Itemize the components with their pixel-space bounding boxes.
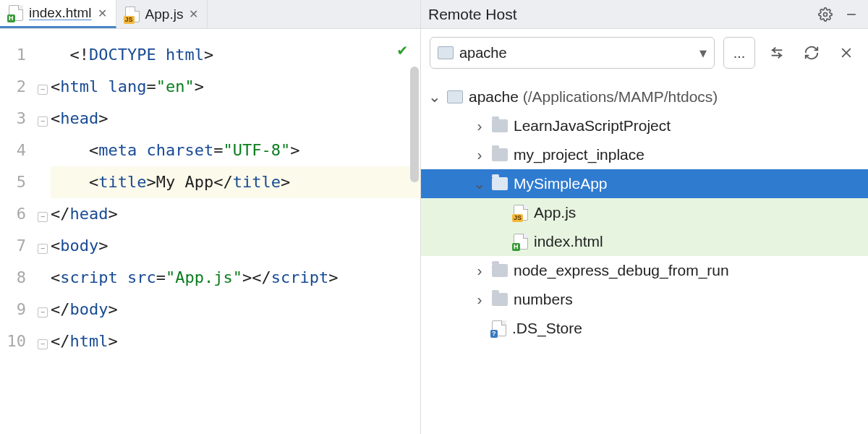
server-selected-label: apache: [459, 45, 507, 61]
chevron-right-icon[interactable]: ›: [473, 117, 486, 135]
settings-gear-icon[interactable]: [816, 5, 835, 24]
code-line: <title>My App</title>: [51, 166, 420, 198]
panel-title: Remote Host: [428, 6, 809, 23]
code-area[interactable]: <!DOCTYPE html> <html lang="en"> <head> …: [51, 29, 420, 434]
tab-app-js[interactable]: JS App.js ✕: [116, 0, 208, 28]
code-line: </body>: [51, 294, 420, 326]
tree-root[interactable]: ⌄ apache (/Applications/MAMP/htdocs): [421, 82, 868, 111]
remote-host-toolbar: apache ▾ ...: [421, 29, 868, 77]
tree-item-label: App.js: [534, 204, 576, 221]
tree-file[interactable]: Hindex.html: [421, 227, 868, 256]
line-number: 10: [0, 326, 26, 357]
line-number: 9: [0, 294, 26, 326]
chevron-down-icon: ▾: [699, 44, 707, 61]
tree-item-label: LearnJavaScriptProject: [514, 117, 671, 135]
tree-item-label: node_express_debug_from_run: [514, 262, 729, 279]
code-line: <head>: [51, 103, 420, 135]
code-line: <body>: [51, 230, 420, 262]
line-number: 7: [0, 230, 26, 262]
ellipsis-label: ...: [733, 45, 746, 61]
close-icon[interactable]: ✕: [189, 7, 198, 21]
tab-label: index.html: [29, 5, 92, 21]
folder-icon: [492, 177, 508, 190]
close-icon[interactable]: ✕: [98, 7, 107, 20]
editor-pane: H index.html ✕ JS App.js ✕ 1 2 3 4 5 6 7…: [0, 0, 421, 434]
folder-icon: [492, 264, 508, 277]
editor-tabbar: H index.html ✕ JS App.js ✕: [0, 0, 420, 29]
code-fold-strip: − − − − − −: [35, 29, 51, 434]
line-number-gutter: 1 2 3 4 5 6 7 8 9 10: [0, 29, 35, 434]
inspection-ok-checkmark-icon[interactable]: ✔: [398, 41, 407, 59]
tree-item-label: numbers: [514, 291, 573, 308]
chevron-right-icon[interactable]: ›: [473, 291, 486, 308]
scrollbar-thumb[interactable]: [410, 67, 419, 182]
browse-servers-button[interactable]: ...: [723, 37, 755, 69]
folder-icon: [492, 119, 508, 132]
tree-file[interactable]: ?.DS_Store: [421, 314, 868, 343]
fold-toggle-icon[interactable]: −: [38, 212, 48, 222]
server-folder-icon: [447, 90, 463, 103]
code-line: <!DOCTYPE html>: [51, 39, 420, 71]
folder-icon: [492, 293, 508, 306]
tab-index-html[interactable]: H index.html ✕: [0, 0, 116, 28]
diff-icon[interactable]: [764, 40, 790, 66]
tree-folder[interactable]: ›LearnJavaScriptProject: [421, 111, 868, 140]
line-number: 2: [0, 71, 26, 103]
server-icon: [438, 46, 454, 59]
line-number: 6: [0, 198, 26, 230]
line-number: 1: [0, 39, 26, 71]
editor-scrollbar[interactable]: [410, 67, 419, 434]
html-file-icon: H: [9, 5, 23, 21]
code-line: <meta charset="UTF-8">: [51, 135, 420, 166]
fold-toggle-icon[interactable]: −: [38, 244, 48, 254]
line-number: 8: [0, 262, 26, 294]
refresh-icon[interactable]: [799, 40, 825, 66]
tree-folder[interactable]: ›node_express_debug_from_run: [421, 256, 868, 285]
line-number: 3: [0, 103, 26, 135]
tree-file[interactable]: JSApp.js: [421, 198, 868, 227]
html-file-icon: H: [514, 234, 528, 250]
tree-item-label: MySimpleApp: [514, 175, 608, 192]
tree-item-label: .DS_Store: [512, 320, 582, 337]
remote-host-panel: Remote Host apache ▾ ... ⌄ apach: [421, 0, 868, 434]
disconnect-close-icon[interactable]: [833, 40, 859, 66]
chevron-down-icon[interactable]: ⌄: [473, 175, 486, 192]
server-select-dropdown[interactable]: apache ▾: [430, 37, 715, 69]
code-line: <script src="App.js"></script>: [51, 262, 420, 294]
fold-toggle-icon[interactable]: −: [38, 85, 48, 95]
line-number: 4: [0, 135, 26, 166]
tree-folder[interactable]: ⌄MySimpleApp: [421, 169, 868, 198]
fold-toggle-icon[interactable]: −: [38, 307, 48, 318]
code-editor[interactable]: 1 2 3 4 5 6 7 8 9 10 − − − − − − <!DOCTY…: [0, 29, 420, 434]
code-line: </head>: [51, 198, 420, 230]
chevron-down-icon[interactable]: ⌄: [428, 88, 441, 106]
folder-icon: [492, 148, 508, 161]
line-number: 5: [0, 166, 26, 198]
fold-toggle-icon[interactable]: −: [38, 339, 48, 349]
tab-label: App.js: [145, 7, 184, 22]
code-line: </html>: [51, 326, 420, 357]
tree-folder[interactable]: ›my_project_inplace: [421, 140, 868, 169]
unknown-file-icon: ?: [492, 320, 506, 336]
tree-item-label: my_project_inplace: [514, 146, 644, 163]
remote-host-header: Remote Host: [421, 0, 868, 29]
svg-point-0: [824, 12, 827, 16]
tree-root-label: apache (/Applications/MAMP/htdocs): [469, 88, 718, 106]
minimize-icon[interactable]: [842, 5, 861, 24]
js-file-icon: JS: [125, 7, 140, 22]
fold-toggle-icon[interactable]: −: [38, 116, 48, 127]
remote-file-tree[interactable]: ⌄ apache (/Applications/MAMP/htdocs) ›Le…: [421, 77, 868, 434]
tree-item-label: index.html: [534, 233, 603, 250]
tree-folder[interactable]: ›numbers: [421, 285, 868, 314]
chevron-right-icon[interactable]: ›: [473, 146, 486, 163]
js-file-icon: JS: [514, 205, 528, 221]
chevron-right-icon[interactable]: ›: [473, 262, 486, 279]
code-line: <html lang="en">: [51, 71, 420, 103]
